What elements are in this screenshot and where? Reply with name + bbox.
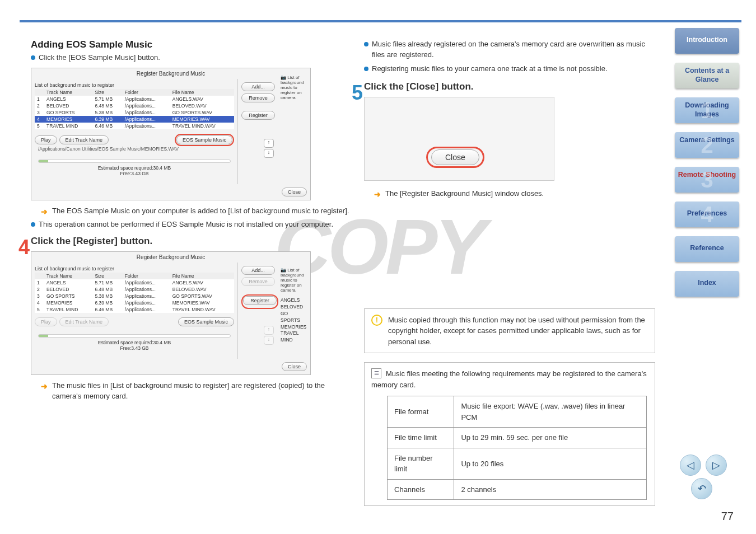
step-number: 5 (352, 81, 363, 105)
space-info: Estimated space required:30.4 MBFree:3.4… (35, 164, 234, 181)
caution-box: ! Music copied through this function may… (364, 308, 655, 354)
arrow-icon: ➜ (41, 381, 48, 402)
remove-button[interactable]: Remove (241, 93, 275, 102)
caution-text: Music copied through this function may n… (388, 315, 648, 348)
caution-icon: ! (371, 315, 382, 326)
move-down-icon[interactable]: ↓ (264, 336, 274, 345)
add-button[interactable]: Add... (241, 266, 275, 275)
sidebar-camera-settings[interactable]: 2Camera Settings (675, 132, 739, 158)
play-button[interactable]: Play (35, 317, 57, 326)
eos-sample-highlight: EOS Sample Music (175, 134, 234, 146)
info-icon: ☰ (371, 368, 381, 378)
step4-heading: Click the [Register] button. (31, 236, 350, 247)
sidebar-introduction[interactable]: Introduction (675, 28, 739, 54)
register-dialog-1: Register Background Music List of backgr… (31, 68, 311, 200)
register-dialog-2: Register Background Music List of backgr… (31, 251, 311, 375)
table-row: 3GO SPORTS5.38 MB/Applications...GO SPOR… (35, 109, 234, 116)
space-bar (38, 160, 231, 163)
instruction-text: Click the [EOS Sample Music] button. (39, 53, 160, 63)
table-row: 5TRAVEL MIND6.46 MB/Applications...TRAVE… (35, 123, 234, 129)
remove-button[interactable]: Remove (241, 277, 275, 286)
back-icon[interactable]: ↶ (691, 478, 712, 499)
move-up-icon[interactable]: ↑ (264, 139, 274, 148)
table-row: 4MEMORIES6.39 MB/Applications...MEMORIES… (35, 116, 234, 123)
eos-sample-button[interactable]: EOS Sample Music (176, 135, 232, 144)
move-down-icon[interactable]: ↓ (264, 149, 274, 158)
file-path: /Applications/Canon Utilities/EOS Sample… (35, 146, 234, 152)
header-rule (20, 20, 741, 22)
result-text: The [Register Background Music] window c… (385, 189, 544, 200)
sidebar-downloading[interactable]: 1Downloading Images (675, 97, 739, 123)
sidebar-preferences[interactable]: 4Preferences (675, 202, 739, 227)
requirements-table: File formatMusic file export: WAVE (.wav… (387, 396, 647, 500)
bullet-icon (31, 55, 35, 60)
next-page-icon[interactable]: ▷ (706, 455, 727, 476)
close-highlight: Close (426, 147, 484, 168)
close-button[interactable]: Close (431, 149, 479, 165)
result-text: The music files in [List of background m… (52, 381, 350, 402)
close-panel: Close (364, 97, 554, 181)
page-number: 77 (721, 510, 734, 523)
dialog-title: Register Background Music (31, 68, 310, 79)
arrow-icon: ➜ (374, 189, 381, 200)
eos-sample-button[interactable]: EOS Sample Music (178, 317, 234, 326)
sidebar: Introduction Contents at a Glance 1Downl… (675, 28, 742, 306)
edit-track-button[interactable]: Edit Track Name (59, 135, 109, 144)
play-button[interactable]: Play (35, 135, 57, 144)
space-bar (38, 334, 231, 338)
track-table: Track NameSizeFolderFile Name 1ANGELS5.7… (35, 89, 234, 129)
table-row: 1ANGELS5.71 MB/Applications...ANGELS.WAV (35, 96, 234, 102)
note-text: This operation cannot be performed if EO… (39, 219, 333, 230)
step-number: 4 (18, 236, 30, 259)
edit-track-button[interactable]: Edit Track Name (59, 317, 109, 326)
sidebar-reference[interactable]: Reference (675, 236, 739, 262)
close-button[interactable]: Close (282, 362, 307, 371)
close-button[interactable]: Close (282, 188, 307, 196)
step5-heading: Click the [Close] button. (364, 81, 655, 92)
result-text: The EOS Sample Music on your computer is… (52, 206, 349, 217)
info-lead: Music files meeting the following requir… (371, 369, 647, 389)
bullet-icon (364, 42, 368, 46)
bullet-icon (364, 67, 368, 71)
prev-page-icon[interactable]: ◁ (680, 455, 701, 476)
move-up-icon[interactable]: ↑ (264, 326, 274, 335)
arrow-icon: ➜ (41, 206, 48, 217)
table-row: 2BELOVED6.48 MB/Applications...BELOVED.W… (35, 102, 234, 109)
info-box: ☰Music files meeting the following requi… (364, 362, 655, 506)
adding-eos-heading: Adding EOS Sample Music (31, 39, 350, 50)
sidebar-contents[interactable]: Contents at a Glance (675, 63, 739, 88)
register-highlight: Register (241, 294, 278, 309)
sidebar-index[interactable]: Index (675, 271, 739, 297)
instruction-line: Click the [EOS Sample Music] button. (31, 53, 350, 63)
list-label: List of background music to register (35, 82, 234, 88)
bullet-icon (31, 222, 35, 227)
register-button[interactable]: Register (243, 296, 277, 305)
note-text: Registering music files to your camera o… (372, 64, 608, 74)
register-button[interactable]: Register (241, 111, 275, 120)
add-button[interactable]: Add... (241, 82, 275, 91)
note-text: Music files already registered on the ca… (372, 39, 655, 60)
sidebar-remote-shooting[interactable]: 3Remote Shooting (675, 167, 739, 193)
page-nav: ◁ ▷ ↶ (679, 453, 728, 500)
